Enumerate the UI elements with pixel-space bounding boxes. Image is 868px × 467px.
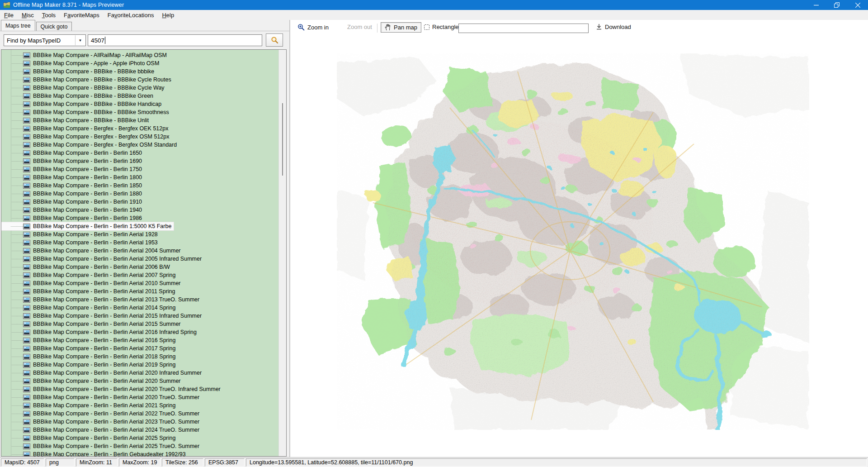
tree-item[interactable]: BBBike Map Compare - Berlin - Berlin 175… <box>1 165 144 173</box>
tree-item[interactable]: BBBike Map Compare - Berlin - Berlin Aer… <box>1 344 178 353</box>
tab-maps-tree[interactable]: Maps tree <box>1 20 35 31</box>
tree-item[interactable]: BBBike Map Compare - Berlin - Berlin 194… <box>1 206 144 214</box>
map-thumbnail-icon <box>23 272 30 278</box>
tree-connector <box>11 332 23 333</box>
map-thumbnail-icon <box>23 85 30 91</box>
map-viewport[interactable] <box>290 34 868 457</box>
menu-file[interactable]: File <box>0 10 18 20</box>
tree-item[interactable]: BBBike Map Compare - BBBike - BBBike Han… <box>1 100 164 108</box>
tree-item[interactable]: BBBike Map Compare - BBBike - BBBike Cyc… <box>1 84 167 92</box>
tree-item[interactable]: BBBike Map Compare - BBBike - BBBike Cyc… <box>1 76 174 84</box>
menu-favoritemaps[interactable]: FavoriteMaps <box>60 10 104 20</box>
tree-item[interactable]: BBBike Map Compare - Berlin - Berlin Aer… <box>1 377 183 385</box>
tree-item[interactable]: BBBike Map Compare - Berlin - Berlin Aer… <box>1 230 160 238</box>
find-by-dropdown[interactable]: Find by MapsTypeID ▼ <box>4 34 86 46</box>
tree-item[interactable]: BBBike Map Compare - Berlin - Berlin Aer… <box>1 247 183 255</box>
tree-item-label: BBBike Map Compare - BBBike - BBBike Smo… <box>33 109 169 115</box>
tree-item[interactable]: BBBike Map Compare - Berlin - Berlin Aer… <box>1 336 178 344</box>
tree-item-label: BBBike Map Compare - Berlin - Berlin Aer… <box>33 305 175 311</box>
tree-item[interactable]: BBBike Map Compare - BBBike - BBBike Smo… <box>1 108 171 116</box>
tree-item[interactable]: BBBike Map Compare - Berlin - Berlin 180… <box>1 173 144 181</box>
menu-misc[interactable]: Misc <box>18 10 38 20</box>
tree-item[interactable]: BBBike Map Compare - Berlin - Berlin Aer… <box>1 361 178 369</box>
close-button[interactable] <box>847 0 868 10</box>
tree-item[interactable]: BBBike Map Compare - Bergfex - Bergfex O… <box>1 141 179 149</box>
search-button[interactable] <box>266 33 283 47</box>
tree-connector <box>11 137 23 137</box>
zoom-out-button[interactable]: Zoom out <box>344 22 376 32</box>
tab-quick-goto[interactable]: Quick goto <box>36 22 72 31</box>
tree-item[interactable]: BBBike Map Compare - Berlin - Berlin 191… <box>1 198 144 206</box>
tree-item[interactable]: BBBike Map Compare - Berlin - Berlin Aer… <box>1 410 202 418</box>
rectangle-icon <box>424 24 429 30</box>
tree-item[interactable]: BBBike Map Compare - Berlin - Berlin 165… <box>1 149 144 157</box>
tree-scrollbar-thumb[interactable] <box>282 103 283 176</box>
tree-item-label: BBBike Map Compare - Berlin - Berlin Aer… <box>33 264 170 270</box>
tree-item[interactable]: BBBike Map Compare - Berlin - Berlin 198… <box>1 214 144 222</box>
tree-item[interactable]: BBBike Map Compare - Berlin - Berlin Geb… <box>1 450 188 456</box>
tree-item[interactable]: BBBike Map Compare - BBBike - BBBike bbb… <box>1 67 156 76</box>
tree-item-label: BBBike Map Compare - Berlin - Berlin Aer… <box>33 370 202 376</box>
tree-item[interactable]: BBBike Map Compare - Berlin - Berlin Aer… <box>1 238 160 247</box>
download-button[interactable]: Download <box>592 22 635 32</box>
status-bar: MapsID: 4507 png MinZoom: 11 MaxZoom: 19… <box>0 457 868 467</box>
tree-item[interactable]: BBBike Map Compare - Bergfex - Bergfex O… <box>1 124 170 133</box>
tree-item[interactable]: BBBike Map Compare - Berlin - Berlin Aer… <box>1 271 178 279</box>
tree-item[interactable]: BBBike Map Compare - Berlin - Berlin Aer… <box>1 328 199 336</box>
tree-item[interactable]: BBBike Map Compare - Berlin - Berlin Aer… <box>1 320 183 328</box>
restore-button[interactable] <box>826 0 847 10</box>
map-thumbnail-icon <box>23 419 30 425</box>
tree-item[interactable]: BBBike Map Compare - Berlin - Berlin Aer… <box>1 401 178 410</box>
tree-item[interactable]: BBBike Map Compare - Berlin - Berlin Aer… <box>1 353 178 361</box>
tree-item[interactable]: BBBike Map Compare - Berlin - Berlin 185… <box>1 181 144 190</box>
tree-item-label: BBBike Map Compare - Bergfex - Bergfex O… <box>33 133 170 140</box>
tree-item[interactable]: BBBike Map Compare - Berlin - Berlin Aer… <box>1 255 204 263</box>
tree-item[interactable]: BBBike Map Compare - Berlin - Berlin Aer… <box>1 279 183 287</box>
menu-favoritelocations[interactable]: FavoriteLocations <box>104 10 158 20</box>
tree-connector <box>11 243 23 243</box>
minimize-button[interactable] <box>806 0 826 10</box>
tree-item[interactable]: BBBike Map Compare - Berlin - Berlin Aer… <box>1 304 178 312</box>
tree-item-label: BBBike Map Compare - Berlin - Berlin Aer… <box>33 443 199 449</box>
left-panel: Maps tree Quick goto Find by MapsTypeID … <box>0 20 289 457</box>
toolbar-input[interactable] <box>458 24 589 33</box>
tree-item[interactable]: BBBike Map Compare - Apple - Apple iPhot… <box>1 59 161 67</box>
tree-item[interactable]: BBBike Map Compare - Berlin - Berlin 1:5… <box>1 222 174 230</box>
pan-map-button[interactable]: Pan map <box>381 22 421 33</box>
map-thumbnail-icon <box>23 183 30 189</box>
tree-item[interactable]: BBBike Map Compare - BBBike - BBBike Unl… <box>1 116 151 124</box>
search-input[interactable]: 4507 <box>88 34 262 46</box>
tree-item[interactable]: BBBike Map Compare - Berlin - Berlin Aer… <box>1 312 204 320</box>
tree-item[interactable]: BBBike Map Compare - Berlin - Berlin Aer… <box>1 393 202 401</box>
tree-item[interactable]: BBBike Map Compare - Berlin - Berlin Aer… <box>1 369 204 377</box>
tree-scrollbar[interactable] <box>278 50 286 456</box>
tree-item-label: BBBike Map Compare - Berlin - Berlin 194… <box>33 207 142 213</box>
tree-connector <box>11 251 23 251</box>
tree-item[interactable]: BBBike Map Compare - Bergfex - Bergfex O… <box>1 133 172 141</box>
chevron-down-icon[interactable]: ▼ <box>75 35 85 45</box>
map-thumbnail-icon <box>23 362 30 368</box>
tree-connector <box>11 202 23 202</box>
tree-item[interactable]: BBBike Map Compare - Berlin - Berlin 188… <box>1 190 144 198</box>
tree-item[interactable]: BBBike Map Compare - Berlin - Berlin Aer… <box>1 263 172 271</box>
tree-item-label: BBBike Map Compare - Berlin - Berlin 165… <box>33 150 142 156</box>
tree-item-label: BBBike Map Compare - Berlin - Berlin 169… <box>33 158 142 164</box>
tree-item-label: BBBike Map Compare - Berlin - Berlin Aer… <box>33 419 199 425</box>
maps-tree-list[interactable]: BBBike Map Compare - AllRailMap - AllRai… <box>1 50 278 456</box>
menu-help[interactable]: Help <box>158 10 178 20</box>
tree-item-label: BBBike Map Compare - BBBike - BBBike bbb… <box>33 68 154 75</box>
tree-item[interactable]: BBBike Map Compare - Berlin - Berlin 169… <box>1 157 144 165</box>
tree-item[interactable]: BBBike Map Compare - AllRailMap - AllRai… <box>1 51 169 59</box>
rectangle-button[interactable]: Rectangle <box>420 22 462 32</box>
tree-item[interactable]: BBBike Map Compare - Berlin - Berlin Aer… <box>1 287 178 295</box>
menu-tools[interactable]: Tools <box>38 10 60 20</box>
map-thumbnail-icon <box>23 240 30 246</box>
tree-item[interactable]: BBBike Map Compare - Berlin - Berlin Aer… <box>1 426 202 434</box>
tree-item[interactable]: BBBike Map Compare - Berlin - Berlin Aer… <box>1 295 202 304</box>
tree-item[interactable]: BBBike Map Compare - BBBike - BBBike Gre… <box>1 92 156 100</box>
tree-item[interactable]: BBBike Map Compare - Berlin - Berlin Aer… <box>1 442 202 450</box>
zoom-in-button[interactable]: Zoom in <box>294 22 332 32</box>
tree-item[interactable]: BBBike Map Compare - Berlin - Berlin Aer… <box>1 385 223 393</box>
tree-item[interactable]: BBBike Map Compare - Berlin - Berlin Aer… <box>1 434 178 442</box>
tree-item[interactable]: BBBike Map Compare - Berlin - Berlin Aer… <box>1 418 202 426</box>
